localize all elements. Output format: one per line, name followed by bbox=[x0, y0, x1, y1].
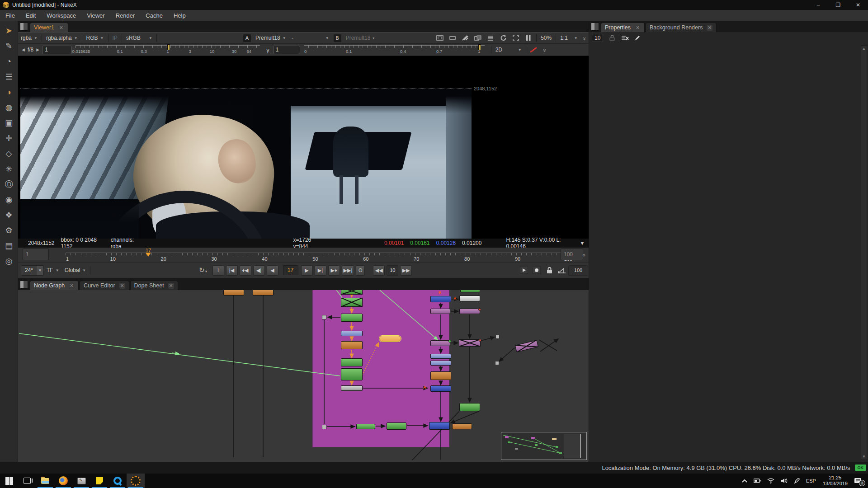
language-indicator[interactable]: ESP bbox=[806, 478, 816, 483]
close-icon[interactable]: ✕ bbox=[707, 25, 712, 31]
next-keyframe-button[interactable]: ▶♦ bbox=[328, 265, 340, 276]
gamma-input[interactable]: 1 bbox=[273, 46, 300, 54]
tab-viewer1[interactable]: Viewer1 ✕ bbox=[30, 23, 68, 32]
taskbar-firefox-icon[interactable] bbox=[54, 474, 72, 488]
skip-forward-button[interactable]: ▶▶ bbox=[400, 265, 412, 276]
unlock-icon[interactable] bbox=[607, 34, 617, 42]
minimap-view-rect[interactable] bbox=[564, 434, 581, 458]
gain-row-chevrons-icon[interactable]: » bbox=[542, 48, 548, 51]
dag-node-orange[interactable] bbox=[452, 423, 472, 429]
toolbar-transform-icon[interactable]: ✛ bbox=[2, 131, 16, 145]
gamma-slider[interactable]: 00.10.40.71 bbox=[304, 45, 485, 55]
tf-dropdown[interactable]: TF▼ bbox=[44, 267, 62, 273]
alpha-dropdown[interactable]: rgba.alpha▼ bbox=[43, 35, 80, 41]
dag-node-peri[interactable] bbox=[430, 361, 451, 366]
toolbar-views-icon[interactable]: ◉ bbox=[2, 193, 16, 206]
maximize-button[interactable]: ❐ bbox=[828, 0, 848, 10]
toolbar-merge-icon[interactable]: ▣ bbox=[2, 116, 16, 130]
speaker-icon[interactable] bbox=[781, 478, 788, 483]
tab-background-renders[interactable]: Background Renders✕ bbox=[646, 23, 717, 32]
scroll-up-icon[interactable]: ▲ bbox=[862, 47, 866, 51]
dag-node-blue[interactable] bbox=[430, 385, 451, 392]
curve-ramp-icon[interactable] bbox=[557, 266, 567, 274]
goto-start-button[interactable]: |◀ bbox=[226, 265, 238, 276]
lock-range-icon[interactable] bbox=[544, 266, 554, 274]
refresh-icon[interactable] bbox=[498, 34, 508, 42]
close-button[interactable]: ✕ bbox=[848, 0, 868, 10]
channels-dropdown[interactable]: rgba▼ bbox=[18, 35, 40, 41]
clock[interactable]: 21:25 13/03/2019 bbox=[823, 475, 848, 487]
pane-menu-icon[interactable] bbox=[20, 281, 28, 289]
dag-node-greyw[interactable] bbox=[459, 296, 480, 301]
sync-dropdown[interactable]: Global▼ bbox=[62, 267, 89, 273]
loop-mode-icon[interactable]: ↻▼ bbox=[199, 266, 208, 274]
close-icon[interactable]: ✕ bbox=[635, 25, 641, 31]
edit-pencil-icon[interactable] bbox=[632, 34, 642, 42]
dag-node-pill[interactable] bbox=[379, 336, 401, 342]
gain-slider[interactable]: 0.0156250.10.313103064 bbox=[75, 45, 260, 55]
hidden-icons-chevron-icon[interactable] bbox=[742, 479, 747, 483]
dot-node[interactable] bbox=[495, 335, 500, 339]
status-dropdown-icon[interactable]: ▼ bbox=[580, 240, 585, 246]
gain-input[interactable]: 1 bbox=[42, 46, 72, 54]
toolbar-toolsets-icon[interactable]: ⚙ bbox=[2, 224, 16, 237]
tab-properties[interactable]: Properties✕ bbox=[601, 23, 645, 32]
toolbar-other-icon[interactable]: ▤ bbox=[2, 239, 16, 253]
range-end-input[interactable]: 100 bbox=[561, 249, 583, 260]
max-panels-input[interactable]: 10 bbox=[592, 34, 603, 42]
timeline-ruler[interactable]: 17 1102030405060708090100 bbox=[66, 249, 576, 262]
fps-dropdown[interactable]: 24*▼ bbox=[21, 265, 44, 276]
pen-icon[interactable] bbox=[794, 478, 800, 484]
menu-item-help[interactable]: Help bbox=[168, 10, 191, 21]
viewer-image-area[interactable]: 2048,1152 bbox=[18, 56, 589, 239]
annotation-pen-icon[interactable] bbox=[529, 46, 539, 54]
prev-keyframe-button[interactable]: ♦◀ bbox=[240, 265, 251, 276]
render-dot-icon[interactable] bbox=[532, 266, 542, 274]
collapse-chevrons-icon[interactable]: » bbox=[581, 37, 588, 39]
taskbar-task-view-icon[interactable] bbox=[18, 474, 36, 488]
wifi-icon[interactable] bbox=[767, 478, 774, 483]
dag-node-green[interactable] bbox=[341, 368, 363, 380]
taskbar-start-icon[interactable] bbox=[0, 474, 18, 488]
pane-menu-icon[interactable] bbox=[591, 23, 599, 31]
taskbar-quicktime-icon[interactable] bbox=[108, 474, 127, 488]
taskbar-monitor-app-icon[interactable] bbox=[72, 474, 90, 488]
dot-node[interactable] bbox=[322, 425, 326, 429]
dag-node-green[interactable] bbox=[356, 424, 375, 429]
playhead[interactable]: 17 bbox=[146, 248, 151, 257]
dag-node-orange[interactable] bbox=[430, 371, 451, 380]
tab-dope-sheet[interactable]: Dope Sheet✕ bbox=[130, 281, 178, 290]
gain-prev-icon[interactable]: ◀ bbox=[22, 47, 25, 52]
scroll-down-icon[interactable]: ▼ bbox=[862, 455, 866, 459]
dag-node-green[interactable] bbox=[460, 290, 480, 292]
right-scrollbar[interactable]: ▲ ▼ bbox=[861, 45, 867, 460]
toolbar-filter-icon[interactable]: ◍ bbox=[2, 101, 16, 114]
tab-curve-editor[interactable]: Curve Editor✕ bbox=[80, 281, 129, 290]
dag-node-purple[interactable] bbox=[459, 339, 481, 347]
gain-next-icon[interactable]: ▶ bbox=[36, 47, 39, 52]
proxy-ratio-dropdown[interactable]: 1:1▼ bbox=[557, 35, 580, 41]
tab-node-graph[interactable]: Node Graph✕ bbox=[30, 281, 79, 290]
menu-item-render[interactable]: Render bbox=[110, 10, 141, 21]
wipe-dropdown[interactable]: -▼ bbox=[289, 35, 332, 41]
wipe-compare-icon[interactable] bbox=[473, 34, 483, 42]
dag-node-purple[interactable] bbox=[430, 340, 450, 346]
taskbar-sticky-notes-icon[interactable] bbox=[90, 474, 108, 488]
minimize-button[interactable]: – bbox=[808, 0, 828, 10]
notification-center-icon[interactable]: 3 bbox=[854, 478, 862, 484]
node-graph-canvas[interactable]: BAA bbox=[18, 290, 589, 462]
dag-node-green[interactable] bbox=[387, 422, 406, 430]
step-back-button[interactable]: ◀| bbox=[253, 265, 265, 276]
dag-node-orange[interactable] bbox=[253, 290, 274, 296]
menu-item-workspace[interactable]: Workspace bbox=[41, 10, 81, 21]
close-icon[interactable]: ✕ bbox=[168, 283, 174, 289]
pane-menu-icon[interactable] bbox=[20, 23, 28, 31]
battery-icon[interactable] bbox=[754, 479, 761, 483]
goto-end-button[interactable]: ▶▶| bbox=[342, 265, 354, 276]
overscan-stripes-icon[interactable] bbox=[460, 34, 470, 42]
close-icon[interactable]: ✕ bbox=[58, 25, 64, 31]
input-b-badge[interactable]: B bbox=[334, 34, 341, 42]
toolbar-draw-icon[interactable]: ✎ bbox=[2, 39, 16, 53]
playback-end-input[interactable]: 100 bbox=[568, 265, 588, 276]
range-start-input[interactable]: 1 bbox=[23, 249, 49, 260]
